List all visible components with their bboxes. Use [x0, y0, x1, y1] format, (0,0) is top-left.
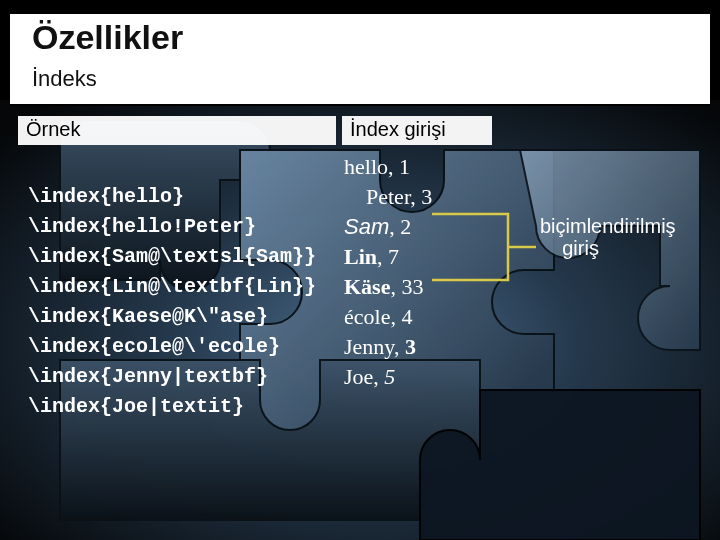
output-row: Käse, 33 [344, 272, 432, 302]
annotation-line: biçimlendirilmiş [540, 215, 676, 237]
page-subtitle: İndeks [32, 66, 97, 92]
output-page: 2 [400, 214, 411, 239]
output-term: Käse [344, 274, 390, 299]
output-row: hello, 1 [344, 152, 432, 182]
output-term: Jenny [344, 334, 394, 359]
code-line: \index{hello!Peter} [28, 215, 256, 238]
code-line: \index{Lin@\textbf{Lin}} [28, 275, 316, 298]
code-line: \index{ecole@\'ecole} [28, 335, 280, 358]
output-row: Lin, 7 [344, 242, 432, 272]
code-line: \index{Joe|textit} [28, 395, 244, 418]
column-header-index-entry: İndex girişi [342, 116, 492, 145]
output-page: 7 [388, 244, 399, 269]
annotation-line: giriş [562, 237, 599, 259]
output-page: 5 [384, 364, 395, 389]
code-line: \index{Sam@\textsl{Sam}} [28, 245, 316, 268]
output-row: Jenny, 3 [344, 332, 432, 362]
column-header-example: Örnek [18, 116, 336, 145]
output-page: 33 [401, 274, 423, 299]
code-line: \index{hello} [28, 185, 184, 208]
output-page: 4 [401, 304, 412, 329]
code-column: \index{hello} \index{hello!Peter} \index… [28, 152, 316, 422]
output-term: Joe [344, 364, 373, 389]
page-title: Özellikler [32, 18, 183, 57]
output-page: 3 [405, 334, 416, 359]
output-page: 1 [399, 154, 410, 179]
output-row: Joe, 5 [344, 362, 432, 392]
output-row: Sam, 2 [344, 212, 432, 242]
slide-root: Özellikler İndeks Örnek İndex girişi \in… [0, 0, 720, 540]
output-row: école, 4 [344, 302, 432, 332]
code-line: \index{Kaese@K\"ase} [28, 305, 268, 328]
output-term: Peter [366, 184, 410, 209]
output-term: hello [344, 154, 388, 179]
output-term: Lin [344, 244, 377, 269]
output-term: Sam [344, 214, 389, 239]
output-term: école [344, 304, 390, 329]
annotation-label: biçimlendirilmiş giriş [540, 215, 676, 259]
code-line: \index{Jenny|textbf} [28, 365, 268, 388]
output-page: 3 [421, 184, 432, 209]
top-black-band [0, 0, 720, 8]
output-row: Peter, 3 [366, 182, 432, 212]
output-column: hello, 1 Peter, 3 Sam, 2 Lin, 7 Käse, 33… [344, 152, 432, 392]
